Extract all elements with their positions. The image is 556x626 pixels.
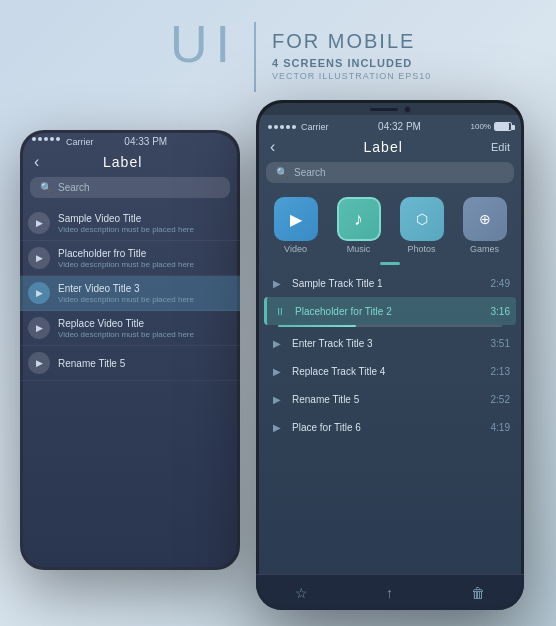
track-item-1[interactable]: ▶ Sample Track Title 1 2:49	[264, 269, 516, 297]
track-duration-3: 3:51	[491, 338, 510, 349]
track-title-1: Sample Track Title 1	[292, 278, 483, 289]
right-nav-bar: ‹ Label Edit	[256, 136, 524, 162]
cat-photos[interactable]: ⬡ Photos	[400, 197, 444, 254]
left-track-item-active[interactable]: ▶ Enter Video Title 3 Video description …	[20, 276, 240, 311]
right-back-button[interactable]: ‹	[270, 138, 275, 156]
cat-music-label: Music	[347, 244, 371, 254]
left-status-bar: Carrier 04:33 PM	[20, 130, 240, 151]
play-btn-4[interactable]: ▶	[270, 364, 284, 378]
left-play-btn-3[interactable]: ▶	[28, 282, 50, 304]
header-area: UI FOR MOBILE 4 SCREENS INCLUDED VECTOR …	[170, 18, 431, 92]
left-play-btn-1[interactable]: ▶	[28, 212, 50, 234]
categories-row: ▶ Video ♪ Music ⬡ Photos	[256, 191, 524, 262]
phone-left: Carrier 04:33 PM ‹ Label 🔍 Search ▶	[20, 130, 240, 570]
phone-right: Carrier 04:32 PM 100% ‹ Label Edit 🔍 Sea…	[256, 100, 524, 610]
left-track-title-5: Rename Title 5	[58, 358, 232, 369]
left-track-item[interactable]: ▶ Placeholder fro Title Video descriptio…	[20, 241, 240, 276]
share-icon[interactable]: ↑	[386, 585, 393, 601]
cat-video[interactable]: ▶ Video	[274, 197, 318, 254]
cat-games-label: Games	[470, 244, 499, 254]
play-btn-5[interactable]: ▶	[270, 392, 284, 406]
for-mobile-label: FOR MOBILE	[272, 30, 431, 53]
pause-btn-2[interactable]: ⏸	[273, 304, 287, 318]
right-battery-pct: 100%	[471, 122, 491, 131]
left-track-title-4: Replace Video Title	[58, 318, 232, 329]
track-duration-4: 2:13	[491, 366, 510, 377]
left-track-item[interactable]: ▶ Rename Title 5	[20, 346, 240, 381]
left-nav-bar: ‹ Label	[20, 151, 240, 177]
track-title-6: Place for Title 6	[292, 422, 483, 433]
right-battery-icon	[494, 122, 512, 131]
left-track-item[interactable]: ▶ Sample Video Title Video description m…	[20, 206, 240, 241]
track-info-2: Placeholder for Title 2	[295, 306, 483, 317]
track-title-5: Rename Title 5	[292, 394, 483, 405]
music-icon-box[interactable]: ♪	[337, 197, 381, 241]
track-title-2: Placeholder for Title 2	[295, 306, 483, 317]
left-track-title-3: Enter Video Title 3	[58, 283, 232, 294]
header-text-block: FOR MOBILE 4 SCREENS INCLUDED VECTOR ILL…	[272, 18, 431, 81]
right-edit-button[interactable]: Edit	[491, 141, 510, 153]
ui-logo: UI	[170, 18, 238, 70]
left-track-info-2: Placeholder fro Title Video description …	[58, 248, 232, 269]
header-divider	[254, 22, 256, 92]
left-play-btn-2[interactable]: ▶	[28, 247, 50, 269]
track-item-2-active[interactable]: ⏸ Placeholder for Title 2 3:16	[264, 297, 516, 325]
progress-fill	[278, 325, 356, 327]
left-track-info-5: Rename Title 5	[58, 358, 232, 369]
left-back-button[interactable]: ‹	[34, 153, 39, 171]
cat-photos-label: Photos	[407, 244, 435, 254]
right-signal: Carrier	[268, 122, 329, 132]
left-track-title-2: Placeholder fro Title	[58, 248, 232, 259]
phones-container: Carrier 04:33 PM ‹ Label 🔍 Search ▶	[20, 100, 536, 610]
left-track-info-3: Enter Video Title 3 Video description mu…	[58, 283, 232, 304]
left-track-list: ▶ Sample Video Title Video description m…	[20, 206, 240, 381]
left-signal-dots: Carrier	[32, 137, 94, 147]
left-track-desc-4: Video description must be placed here	[58, 330, 232, 339]
games-icon-box[interactable]: ⊕	[463, 197, 507, 241]
left-track-desc-2: Video description must be placed here	[58, 260, 232, 269]
track-item-6[interactable]: ▶ Place for Title 6 4:19	[264, 413, 516, 441]
cat-indicator	[256, 262, 524, 265]
play-btn-1[interactable]: ▶	[270, 276, 284, 290]
track-item-3[interactable]: ▶ Enter Track Title 3 3:51	[264, 329, 516, 357]
right-search-placeholder: Search	[294, 167, 326, 178]
left-play-btn-5[interactable]: ▶	[28, 352, 50, 374]
track-duration-1: 2:49	[491, 278, 510, 289]
track-duration-5: 2:52	[491, 394, 510, 405]
games-icon: ⊕	[479, 211, 491, 227]
cat-music[interactable]: ♪ Music	[337, 197, 381, 254]
left-nav-title: Label	[103, 154, 142, 170]
favorite-icon[interactable]: ☆	[295, 585, 308, 601]
video-icon: ▶	[290, 210, 302, 229]
screens-included-label: 4 SCREENS INCLUDED	[272, 57, 431, 69]
track-item-5[interactable]: ▶ Rename Title 5 2:52	[264, 385, 516, 413]
cat-games[interactable]: ⊕ Games	[463, 197, 507, 254]
track-info-3: Enter Track Title 3	[292, 338, 483, 349]
photos-icon: ⬡	[416, 211, 428, 227]
track-duration-2: 3:16	[491, 306, 510, 317]
right-search-bar[interactable]: 🔍 Search	[266, 162, 514, 183]
right-carrier: Carrier	[301, 122, 329, 132]
right-nav-title: Label	[364, 139, 403, 155]
play-btn-6[interactable]: ▶	[270, 420, 284, 434]
right-battery-area: 100%	[471, 122, 512, 131]
delete-icon[interactable]: 🗑	[471, 585, 485, 601]
left-track-item[interactable]: ▶ Replace Video Title Video description …	[20, 311, 240, 346]
video-icon-box[interactable]: ▶	[274, 197, 318, 241]
left-track-title-1: Sample Video Title	[58, 213, 232, 224]
left-search-bar[interactable]: 🔍 Search	[30, 177, 230, 198]
camera-lens	[404, 106, 411, 113]
track-title-3: Enter Track Title 3	[292, 338, 483, 349]
track-item-4[interactable]: ▶ Replace Track Title 4 2:13	[264, 357, 516, 385]
play-btn-3[interactable]: ▶	[270, 336, 284, 350]
left-play-btn-4[interactable]: ▶	[28, 317, 50, 339]
left-track-info-4: Replace Video Title Video description mu…	[58, 318, 232, 339]
track-info-5: Rename Title 5	[292, 394, 483, 405]
track-info-6: Place for Title 6	[292, 422, 483, 433]
photos-icon-box[interactable]: ⬡	[400, 197, 444, 241]
progress-bar	[278, 325, 502, 327]
left-track-desc-1: Video description must be placed here	[58, 225, 232, 234]
track-title-4: Replace Track Title 4	[292, 366, 483, 377]
left-phone-screen: Carrier 04:33 PM ‹ Label 🔍 Search ▶	[20, 130, 240, 570]
cat-video-label: Video	[284, 244, 307, 254]
